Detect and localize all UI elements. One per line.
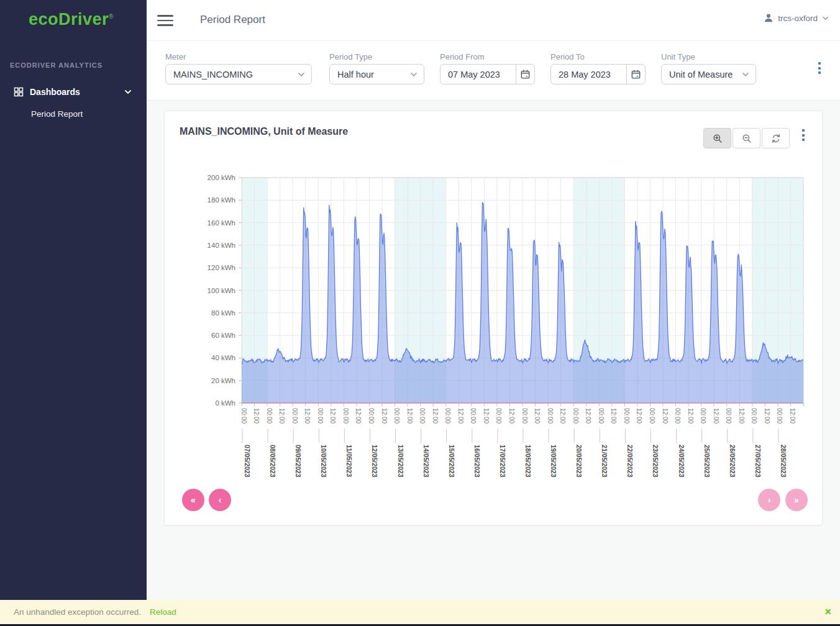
- x-axis-time-label: 00:00: [495, 408, 502, 424]
- x-axis-date-label: 24/05/2023: [678, 445, 685, 478]
- x-axis-time-label: 00:00: [649, 408, 655, 424]
- x-axis-time-label: 00:00: [572, 408, 579, 424]
- period-to-value: 28 May 2023: [551, 70, 626, 79]
- x-axis-time-label: 12:00: [381, 408, 388, 424]
- period-type-select[interactable]: Half hour: [329, 64, 424, 84]
- y-axis-label: 60 kWh: [211, 332, 235, 339]
- period-from-calendar-button[interactable]: [516, 65, 534, 84]
- x-axis-date-label: 16/05/2023: [473, 445, 481, 478]
- x-axis-time-label: 12:00: [508, 408, 515, 424]
- y-axis-label: 80 kWh: [211, 309, 235, 317]
- x-axis-date-label: 07/05/2023: [244, 445, 251, 478]
- pagination-last-button[interactable]: »: [785, 489, 808, 511]
- x-axis-date-label: 11/05/2023: [345, 445, 353, 477]
- refresh-button[interactable]: [762, 128, 790, 148]
- y-axis-label: 100 kWh: [208, 287, 235, 294]
- period-chart[interactable]: 0 kWh20 kWh40 kWh60 kWh80 kWh100 kWh120 …: [165, 161, 823, 487]
- meter-select[interactable]: MAINS_INCOMING: [165, 64, 312, 84]
- x-axis-time-label: 00:00: [751, 408, 757, 424]
- x-axis-date-label: 20/05/2023: [575, 445, 583, 478]
- reload-link[interactable]: Reload: [150, 607, 176, 617]
- x-axis-date-label: 23/05/2023: [652, 445, 659, 478]
- sidebar-item-period-report[interactable]: Period Report: [31, 109, 83, 119]
- x-axis-time-label: 12:00: [687, 408, 694, 424]
- period-to-input[interactable]: 28 May 2023: [550, 64, 646, 84]
- x-axis-time-label: 00:00: [547, 408, 554, 424]
- calendar-icon: [520, 69, 531, 79]
- period-chart-svg[interactable]: 0 kWh20 kWh40 kWh60 kWh80 kWh100 kWh120 …: [165, 161, 823, 487]
- y-axis-label: 40 kWh: [211, 354, 235, 361]
- sidebar-section-label: ECODRIVER ANALYTICS: [10, 61, 103, 69]
- y-axis-label: 140 kWh: [208, 242, 235, 249]
- user-icon: [764, 13, 774, 23]
- user-menu[interactable]: trcs-oxford: [764, 13, 829, 23]
- chevron-down-icon: [410, 72, 418, 77]
- sidebar: ecoDriver® ECODRIVER ANALYTICS Dashboard…: [0, 0, 147, 600]
- x-axis-date-label: 12/05/2023: [371, 445, 378, 478]
- x-axis-time-label: 12:00: [355, 408, 362, 424]
- pagination-prev-button[interactable]: ‹: [209, 489, 231, 511]
- period-to-label: Period To: [550, 52, 585, 61]
- x-axis-date-label: 27/05/2023: [754, 445, 762, 478]
- x-axis-time-label: 12:00: [278, 408, 285, 424]
- x-axis-time-label: 12:00: [406, 408, 413, 424]
- chart-card: MAINS_INCOMING, Unit of Measure: [164, 111, 823, 525]
- pagination-first-button[interactable]: «: [182, 489, 204, 511]
- top-bar: Period Report trcs-oxford: [147, 0, 840, 41]
- x-axis-time-label: 00:00: [623, 408, 630, 424]
- filter-options-kebab-icon[interactable]: [816, 62, 823, 74]
- x-axis-time-label: 12:00: [789, 408, 796, 424]
- unit-type-value: Unit of Measure: [662, 70, 742, 79]
- x-axis-time-label: 00:00: [674, 408, 681, 424]
- calendar-icon: [631, 69, 641, 79]
- x-axis-time-label: 12:00: [432, 408, 439, 424]
- x-axis-date-label: 09/05/2023: [294, 445, 302, 478]
- x-axis-time-label: 12:00: [483, 408, 490, 424]
- hamburger-menu-icon[interactable]: [157, 15, 173, 26]
- y-axis-label: 20 kWh: [211, 377, 235, 384]
- unit-type-label: Unit Type: [661, 52, 695, 61]
- period-type-value: Half hour: [330, 70, 410, 79]
- zoom-out-icon: [742, 134, 752, 143]
- zoom-out-button[interactable]: [733, 128, 760, 148]
- x-axis-time-label: 00:00: [725, 408, 732, 424]
- x-axis-time-label: 00:00: [470, 408, 477, 424]
- chevron-down-icon: [822, 16, 829, 20]
- x-axis-time-label: 12:00: [662, 408, 669, 424]
- x-axis-time-label: 12:00: [534, 408, 541, 424]
- y-axis-label: 200 kWh: [208, 174, 235, 181]
- zoom-in-button[interactable]: [703, 128, 731, 148]
- x-axis-time-label: 12:00: [764, 408, 770, 424]
- unit-type-select[interactable]: Unit of Measure: [661, 64, 756, 84]
- app-root: Period Report trcs-oxford Meter MAINS_IN…: [0, 0, 840, 626]
- x-axis-time-label: 12:00: [610, 408, 617, 424]
- x-axis-date-label: 26/05/2023: [729, 445, 736, 478]
- page-title: Period Report: [200, 14, 265, 26]
- x-axis-date-label: 15/05/2023: [448, 445, 455, 478]
- close-icon[interactable]: ×: [824, 605, 831, 619]
- sidebar-item-dashboards[interactable]: Dashboards: [0, 82, 147, 102]
- period-from-label: Period From: [440, 52, 485, 61]
- x-axis-time-label: 00:00: [342, 408, 349, 424]
- period-from-value: 07 May 2023: [441, 70, 516, 79]
- x-axis-time-label: 00:00: [700, 408, 706, 424]
- content-area: MAINS_INCOMING, Unit of Measure: [147, 101, 840, 600]
- period-from-input[interactable]: 07 May 2023: [440, 64, 535, 84]
- x-axis-time-label: 00:00: [776, 408, 783, 424]
- chart-title: MAINS_INCOMING, Unit of Measure: [180, 126, 348, 137]
- x-axis-time-label: 12:00: [253, 408, 260, 424]
- y-axis-label: 120 kWh: [208, 264, 235, 271]
- pagination-next-button[interactable]: ›: [758, 489, 780, 511]
- x-axis-date-label: 22/05/2023: [626, 445, 634, 478]
- filter-bar: Meter MAINS_INCOMING Period Type Half ho…: [147, 41, 840, 101]
- x-axis-time-label: 00:00: [444, 408, 451, 424]
- x-axis-time-label: 12:00: [304, 408, 311, 424]
- x-axis-date-label: 25/05/2023: [703, 445, 711, 478]
- chart-options-kebab-icon[interactable]: [800, 129, 807, 141]
- x-axis-time-label: 12:00: [457, 408, 464, 424]
- period-to-calendar-button[interactable]: [626, 65, 645, 84]
- meter-label: Meter: [165, 52, 186, 61]
- x-axis-date-label: 17/05/2023: [499, 445, 506, 478]
- x-axis-time-label: 12:00: [713, 408, 719, 424]
- chevron-down-icon: [742, 72, 749, 77]
